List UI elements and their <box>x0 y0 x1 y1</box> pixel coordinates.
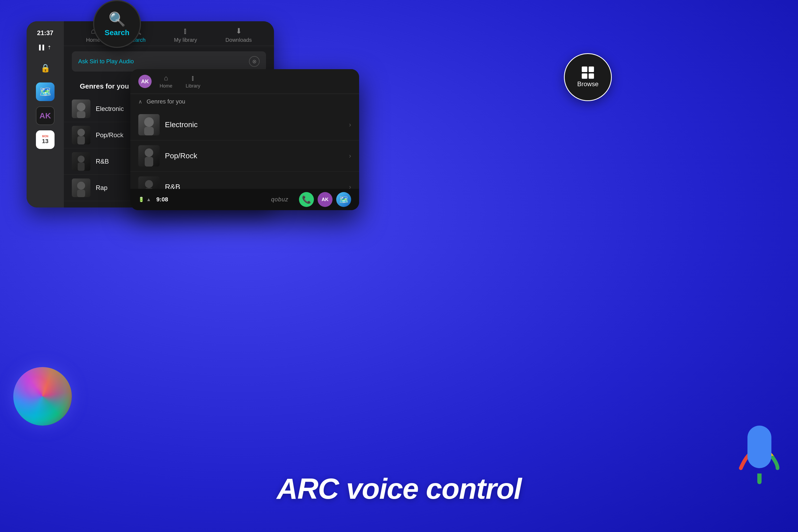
poprock-thumb <box>72 126 91 145</box>
phone-search-text: Ask Siri to Play Audio <box>78 58 134 65</box>
search-bubble-label: Search <box>104 28 129 37</box>
car-poprock-thumb <box>138 145 159 167</box>
genre-name-poprock: Pop/Rock <box>96 131 124 139</box>
phone-app-music[interactable]: AK <box>36 107 55 125</box>
search-bubble-icon: 🔍 <box>109 11 126 27</box>
genre-name-rap: Rap <box>96 184 108 191</box>
svg-rect-3 <box>77 136 85 145</box>
car-nav-library[interactable]: ⫿ Library <box>186 74 200 89</box>
google-assistant-mic[interactable] <box>742 425 777 484</box>
svg-rect-1 <box>77 111 86 118</box>
mic-blue-pill <box>747 425 772 468</box>
car-nav: ⌂ Home ⫿ Library <box>159 74 200 89</box>
electronic-thumb <box>72 99 91 118</box>
car-genres-title: Genres for you <box>147 98 185 105</box>
headline: ARC voice control <box>0 472 798 506</box>
phone-status-icons: ▌▌ ⇡ <box>39 45 52 51</box>
car-signal-icon: ▲ <box>146 197 151 203</box>
library-icon: ⫿ <box>184 26 187 35</box>
grid-cell-1 <box>582 66 587 72</box>
genre-name-electronic: Electronic <box>96 105 124 113</box>
phone-app-maps[interactable]: 🗺️ <box>36 82 55 101</box>
car-genre-electronic: Electronic <box>165 120 344 129</box>
car-nav-library-label: Library <box>186 83 200 89</box>
phone-nav-downloads[interactable]: ⬇ Downloads <box>226 26 252 43</box>
car-app-name: qobuz <box>271 196 288 203</box>
svg-point-2 <box>77 129 85 136</box>
downloads-icon: ⬇ <box>236 26 242 35</box>
browse-bubble-label: Browse <box>577 80 598 88</box>
svg-rect-11 <box>145 157 153 167</box>
car-maps-app[interactable]: 🗺️ <box>336 192 351 207</box>
phone-app-icon-lock: 🔒 <box>36 58 55 77</box>
svg-point-8 <box>144 117 154 127</box>
car-genre-poprock: Pop/Rock <box>165 152 344 160</box>
car-battery-icon: 🔋 <box>138 196 144 203</box>
svg-point-6 <box>77 182 85 190</box>
signal-icon: ▌▌ <box>39 45 46 51</box>
grid-cell-3 <box>582 73 587 79</box>
svg-rect-5 <box>78 163 84 171</box>
siri-button-icon: ⊗ <box>252 58 257 65</box>
car-home-icon: ⌂ <box>164 74 168 82</box>
car-nav-home-label: Home <box>159 83 172 89</box>
grid-cell-2 <box>589 66 594 72</box>
rnb-thumb <box>72 152 91 171</box>
car-time: 9:08 <box>156 196 168 203</box>
svg-point-12 <box>145 180 153 188</box>
genre-name-rnb: R&B <box>96 158 109 165</box>
car-screen: AK ⌂ Home ⫿ Library ∧ Genres for you <box>130 69 359 210</box>
car-electronic-thumb <box>138 114 159 135</box>
phone-time: 21:37 <box>37 29 53 37</box>
svg-point-10 <box>145 148 153 157</box>
phone-genres-title: Genres for you <box>72 79 137 93</box>
car-phone-app[interactable]: 📞 <box>299 192 314 207</box>
mic-green-base <box>757 474 762 484</box>
car-app-logo: AK <box>138 75 152 88</box>
rap-thumb <box>72 178 91 197</box>
browse-grid-icon <box>582 66 594 79</box>
car-chevron-right-poprock: › <box>349 152 351 159</box>
siri-icon[interactable]: ⊗ <box>249 56 260 67</box>
phone-app-calendar[interactable]: MON 13 <box>36 130 55 149</box>
wifi-icon: ⇡ <box>48 45 51 51</box>
phone-search-bar[interactable]: Ask Siri to Play Audio ⊗ <box>72 51 266 72</box>
svg-point-4 <box>78 156 84 163</box>
car-section-header: ∧ Genres for you <box>130 94 359 109</box>
car-chevron-up-icon[interactable]: ∧ <box>138 98 142 105</box>
search-bubble[interactable]: 🔍 Search <box>93 0 141 48</box>
grid-cell-4 <box>589 73 594 79</box>
siri-globe[interactable] <box>13 367 72 425</box>
phone-nav-downloads-label: Downloads <box>226 37 252 43</box>
mic-outer <box>742 425 777 484</box>
car-genre-item[interactable]: Electronic › <box>130 109 359 140</box>
phone-nav-library-label: My library <box>174 37 197 43</box>
browse-bubble[interactable]: Browse <box>564 53 612 101</box>
scene: 21:37 ▌▌ ⇡ 🔒 🗺️ AK MON 13 ⌂ Home <box>0 0 798 532</box>
car-status-icons: 🔋 ▲ <box>138 196 151 203</box>
phone-nav-library[interactable]: ⫿ My library <box>174 26 197 43</box>
car-bottom-bar: 🔋 ▲ 9:08 qobuz 📞 AK 🗺️ <box>130 189 359 210</box>
svg-rect-7 <box>77 190 85 197</box>
car-bottom-apps: 📞 AK 🗺️ <box>299 192 351 207</box>
car-music-app[interactable]: AK <box>318 192 332 207</box>
phone-sidebar: 21:37 ▌▌ ⇡ 🔒 🗺️ AK MON 13 <box>26 21 64 208</box>
car-chevron-right-electronic: › <box>349 121 351 129</box>
svg-rect-9 <box>144 127 154 135</box>
car-nav-home[interactable]: ⌂ Home <box>159 74 172 89</box>
car-library-icon: ⫿ <box>191 74 195 82</box>
car-header: AK ⌂ Home ⫿ Library <box>130 69 359 94</box>
car-genre-item[interactable]: Pop/Rock › <box>130 140 359 172</box>
svg-point-0 <box>77 103 86 111</box>
